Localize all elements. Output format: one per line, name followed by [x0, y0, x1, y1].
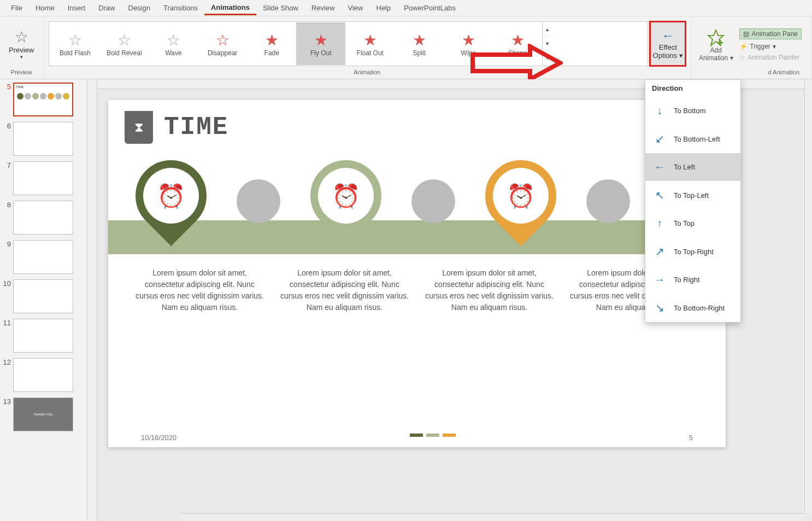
dot — [237, 179, 280, 223]
direction-to-bottom-right[interactable]: ↘To Bottom-Right — [645, 294, 740, 322]
slide[interactable]: ⧗ TIME ⏰ ⏰ ⏰ ⏰ Lorem ipsum dolor sit ame… — [108, 100, 726, 447]
ruler-vertical — [87, 79, 97, 521]
anim-bold-reveal[interactable]: ☆Bold Reveal — [99, 22, 149, 65]
advanced-group-label: d Animation — [768, 69, 802, 77]
thumb-number: 11 — [1, 319, 11, 327]
gallery-more[interactable]: ▼ — [543, 51, 552, 65]
anim-fly-out[interactable]: ★Fly Out — [296, 22, 345, 65]
pin-3: ⏰ — [485, 160, 556, 231]
effect-options-direction-menu: Direction ↓To Bottom ↙To Bottom-Left ←To… — [645, 79, 741, 323]
thumbnail-8[interactable] — [13, 201, 73, 235]
menu-home[interactable]: Home — [29, 2, 61, 14]
thumbnail-6[interactable] — [13, 122, 73, 156]
thumb-number: 5★ — [1, 83, 11, 91]
animation-pane-button[interactable]: ▤Animation Pane — [739, 28, 802, 39]
anim-fade[interactable]: ★Fade — [247, 22, 296, 65]
anim-label: Split — [413, 49, 426, 57]
arrow-up-icon: ↑ — [653, 217, 666, 230]
menu-view[interactable]: View — [342, 2, 370, 14]
animation-painter-button[interactable]: ☆Animation Painter — [739, 54, 802, 61]
direction-to-bottom-left[interactable]: ↙To Bottom-Left — [645, 125, 740, 153]
effect-options-button[interactable]: ← Effect Options ▾ — [649, 21, 686, 67]
anim-split[interactable]: ★Split — [395, 22, 444, 65]
direction-to-top[interactable]: ↑To Top — [645, 209, 740, 237]
star-icon: ★ — [462, 31, 475, 49]
menu-design[interactable]: Design — [122, 2, 157, 14]
add-animation-button[interactable]: Add Animation ▾ — [696, 26, 736, 62]
thumbnail-10[interactable] — [13, 279, 73, 313]
star-icon: ★ — [511, 31, 525, 49]
direction-label: To Top-Left — [674, 191, 709, 200]
direction-label: To Bottom-Left — [674, 135, 720, 143]
anim-wave[interactable]: ☆Wave — [149, 22, 198, 65]
animation-pane-label: Animation Pane — [751, 30, 798, 38]
clock-icon: ⏰ — [507, 183, 535, 209]
column-3: Lorem ipsum dolor sit amet, consectetur … — [425, 267, 554, 313]
bar-icon — [443, 434, 456, 437]
thumbnail-5[interactable]: TIME — [13, 83, 73, 116]
thumbnail-13[interactable]: THANK YOU — [13, 397, 73, 431]
scrollbar-horizontal[interactable] — [180, 513, 804, 521]
menu-animations[interactable]: Animations — [204, 1, 256, 15]
anim-wipe[interactable]: ★Wipe — [444, 22, 493, 65]
trigger-button[interactable]: ⚡Trigger ▾ — [739, 43, 802, 50]
anim-label: Disappear — [208, 49, 238, 57]
anim-label: Bold Reveal — [107, 49, 142, 57]
preview-button[interactable]: ☆ Preview ▾ — [4, 26, 38, 62]
menu-file[interactable]: File — [4, 2, 29, 14]
menu-slideshow[interactable]: Slide Show — [256, 2, 305, 14]
arrow-down-left-icon: ↙ — [653, 132, 666, 145]
arrow-left-icon: ← — [661, 28, 674, 43]
anim-label: Fly Out — [310, 49, 332, 57]
direction-label: To Bottom-Right — [674, 304, 725, 312]
add-anim-label1: Add — [710, 46, 722, 54]
menu-review[interactable]: Review — [305, 2, 342, 14]
thumbnail-9[interactable] — [13, 240, 73, 274]
slide-title: TIME — [164, 113, 228, 142]
star-icon: ☆ — [117, 31, 131, 49]
direction-to-top-left[interactable]: ↖To Top-Left — [645, 181, 740, 209]
anim-label: Wave — [165, 49, 181, 57]
pin-2: ⏰ — [310, 160, 381, 231]
direction-to-top-right[interactable]: ↗To Top-Right — [645, 237, 740, 266]
footer-page: 5 — [689, 434, 693, 442]
add-anim-label2: Animation ▾ — [699, 54, 733, 62]
thumb-number: 8 — [1, 201, 11, 209]
anim-disappear[interactable]: ☆Disappear — [198, 22, 247, 65]
gallery-up[interactable]: ▲ — [543, 22, 552, 37]
direction-to-left[interactable]: ←To Left — [645, 153, 740, 181]
menu-help[interactable]: Help — [370, 2, 398, 14]
direction-label: To Left — [674, 163, 695, 171]
add-animation-icon — [707, 29, 725, 46]
scrollbar-vertical[interactable] — [804, 79, 812, 513]
menu-powerpointlabs[interactable]: PowerPointLabs — [397, 2, 462, 14]
anim-float-out[interactable]: ★Float Out — [345, 22, 395, 65]
menu-insert[interactable]: Insert — [61, 2, 92, 14]
painter-label: Animation Painter — [748, 54, 799, 61]
direction-to-right[interactable]: →To Right — [645, 266, 740, 294]
dot — [586, 179, 630, 223]
effect-options-label2: Options ▾ — [653, 51, 683, 60]
trigger-icon: ⚡ — [739, 43, 748, 50]
star-icon: ☆ — [216, 31, 230, 49]
arrow-down-right-icon: ↘ — [653, 301, 666, 314]
thumbnail-7[interactable] — [13, 161, 73, 195]
thumbnail-12[interactable] — [13, 358, 73, 392]
anim-bold-flash[interactable]: ☆Bold Flash — [50, 22, 99, 65]
direction-label: To Top — [674, 219, 695, 227]
gallery-scroll: ▲ ▼ ▼ — [542, 22, 552, 65]
gallery-down[interactable]: ▼ — [543, 37, 552, 51]
footer-bars — [410, 434, 456, 442]
bar-icon — [426, 434, 439, 437]
anim-shape[interactable]: ★Shape — [493, 22, 542, 65]
text-columns: Lorem ipsum dolor sit amet, consectetur … — [108, 254, 726, 326]
pane-icon: ▤ — [743, 30, 749, 38]
timeline: ⏰ ⏰ ⏰ ⏰ — [108, 155, 726, 231]
preview-star-icon: ☆ — [15, 28, 28, 46]
menu-draw[interactable]: Draw — [92, 2, 121, 14]
group-advanced: Add Animation ▾ ▤Animation Pane ⚡Trigger… — [691, 16, 812, 79]
direction-to-bottom[interactable]: ↓To Bottom — [645, 97, 740, 125]
painter-icon: ☆ — [739, 54, 745, 61]
thumbnail-11[interactable] — [13, 319, 73, 353]
menu-transitions[interactable]: Transitions — [157, 2, 204, 14]
